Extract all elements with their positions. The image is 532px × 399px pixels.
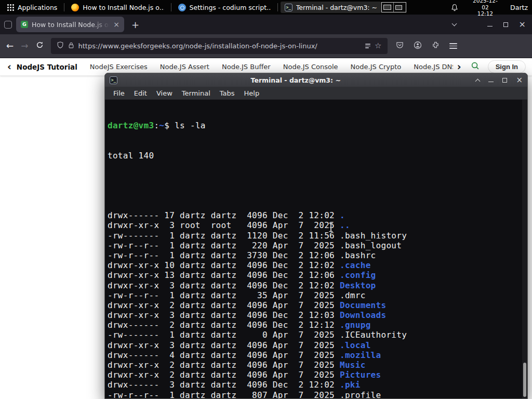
row-filename: .bash_history: [340, 231, 407, 241]
screen: Applications How to Install Node.js o...…: [0, 0, 532, 399]
top-panel: Applications How to Install Node.js o...…: [0, 0, 532, 15]
gfg-nav-item[interactable]: NodeJS Tutorial: [17, 63, 77, 71]
forward-button[interactable]: →: [21, 42, 28, 50]
terminal-output-row: drwxr-xr-x 3 dartz dartz 4096 Dec 2 12:0…: [108, 281, 527, 290]
window-close-button[interactable]: ×: [519, 20, 526, 29]
terminal-title-bar[interactable]: >_ Terminal - dartz@vm3: ~ ×: [105, 73, 527, 87]
panel-separator: [171, 3, 171, 11]
list-all-tabs-icon[interactable]: [451, 21, 457, 26]
terminal-output-row: drwx------ 2 dartz dartz 4096 Dec 2 12:1…: [108, 320, 527, 330]
back-button[interactable]: ←: [6, 42, 14, 50]
notifications-bell-icon[interactable]: [451, 4, 458, 11]
row-filename: .config: [340, 270, 376, 280]
menu-hamburger-icon[interactable]: [449, 43, 457, 49]
tracking-shield-icon[interactable]: [57, 41, 64, 51]
row-attributes: drwxr-xr-x 2 dartz dartz 4096 Apr 7 2025: [108, 300, 340, 310]
row-filename: ..: [340, 220, 350, 230]
terminal-title: Terminal - dartz@vm3: ~: [122, 76, 470, 84]
applications-icon: [7, 4, 14, 11]
row-attributes: drwxr-xr-x 3 dartz dartz 4096 Dec 2 12:0…: [108, 281, 340, 290]
terminal-close-button[interactable]: ×: [516, 76, 523, 84]
scrollbar-thumb[interactable]: [523, 363, 526, 397]
terminal-total-line: total 140: [108, 151, 527, 161]
terminal-output-row: -rw------- 1 dartz dartz 1120 Dec 2 11:5…: [108, 231, 527, 241]
row-attributes: drwx------ 3 dartz dartz 4096 Dec 2 12:0…: [108, 380, 340, 390]
reload-button[interactable]: [36, 41, 44, 51]
taskbar-item-firefox[interactable]: How to Install Node.js o...: [67, 2, 168, 13]
row-filename: .bashrc: [340, 250, 376, 260]
pocket-icon[interactable]: [396, 41, 404, 51]
row-filename: .local: [340, 340, 371, 350]
panel-clock[interactable]: 2025-12-02 12:12: [470, 0, 501, 17]
row-filename: Music: [340, 360, 366, 370]
gfg-nav-item[interactable]: Node.JS Assert: [160, 63, 209, 71]
menu-item[interactable]: View: [152, 88, 177, 99]
terminal-prompt-line: dartz@vm3:~$ ls -la: [108, 121, 527, 130]
firefox-view-icon[interactable]: [4, 21, 12, 29]
terminal-window-icon: >_: [110, 76, 117, 84]
mini-window: [383, 5, 391, 10]
new-tab-button[interactable]: +: [128, 19, 142, 30]
nav-prev-chevron[interactable]: ‹: [6, 62, 12, 72]
gfg-nav-item[interactable]: Node.JS Console: [283, 63, 338, 71]
taskbar-item-settings[interactable]: Settings - codium script...: [174, 2, 275, 13]
menu-item[interactable]: Terminal: [177, 88, 215, 99]
row-filename: Desktop: [340, 281, 376, 290]
gfg-nav-item[interactable]: Node.JS Crypto: [351, 63, 402, 71]
row-filename: .pki: [340, 380, 361, 390]
panel-separator: [64, 3, 64, 11]
text-cursor-pointer: [328, 222, 334, 232]
terminal-maximize-button[interactable]: [502, 78, 507, 83]
row-attributes: drwxr-xr-x 2 dartz dartz 4096 Apr 7 2025: [108, 370, 340, 380]
extensions-icon[interactable]: [432, 41, 440, 51]
row-filename: Pictures: [340, 370, 381, 380]
terminal-window: >_ Terminal - dartz@vm3: ~ × FileEditVie…: [104, 73, 528, 399]
menu-item[interactable]: Help: [240, 88, 264, 99]
terminal-output-row: -rw-r--r-- 1 dartz dartz 3730 Dec 2 12:0…: [108, 250, 527, 260]
menu-item[interactable]: Edit: [129, 88, 152, 99]
terminal-output-row: -rw-r--r-- 1 dartz dartz 220 Apr 7 2025 …: [108, 241, 527, 250]
reader-view-icon[interactable]: [365, 44, 370, 48]
terminal-minimize-button[interactable]: [488, 82, 494, 83]
bookmark-star-icon[interactable]: ☆: [375, 42, 381, 50]
window-maximize-button[interactable]: [503, 22, 508, 27]
window-minimize-button[interactable]: [487, 26, 493, 27]
account-icon[interactable]: [414, 41, 422, 51]
row-filename: .bash_logout: [340, 241, 402, 250]
workspace-2[interactable]: [394, 3, 405, 12]
settings-icon: [178, 4, 186, 11]
menu-item[interactable]: File: [109, 88, 129, 99]
tab-close-icon[interactable]: ×: [113, 21, 119, 28]
terminal-scrollbar[interactable]: [522, 100, 527, 398]
applications-menu-button[interactable]: Applications: [3, 0, 61, 15]
gfg-nav-item[interactable]: Node.JS DNS: [414, 63, 453, 71]
workspace-1[interactable]: [382, 3, 394, 12]
row-attributes: drwx------ 17 dartz dartz 4096 Dec 2 12:…: [108, 210, 340, 220]
tab-title: How to Install Node.js on: [32, 21, 110, 29]
row-filename: .cache: [340, 260, 371, 270]
search-icon[interactable]: [471, 61, 480, 72]
row-filename: .mozilla: [340, 350, 381, 360]
row-filename: .dmrc: [340, 290, 366, 300]
terminal-output[interactable]: dartz@vm3:~$ ls -la total 140 drwx------…: [105, 100, 527, 398]
workspace-pager[interactable]: [381, 2, 406, 12]
row-attributes: -rw------- 1 dartz dartz 0 Apr 7 2025: [108, 330, 340, 340]
row-attributes: -rw-r--r-- 1 dartz dartz 220 Apr 7 2025: [108, 241, 340, 250]
lock-icon[interactable]: [68, 41, 74, 51]
url-text: https://www.geeksforgeeks.org/node-js/in…: [78, 42, 362, 50]
nav-next-chevron[interactable]: ›: [456, 62, 462, 72]
sign-in-button[interactable]: Sign In: [488, 60, 526, 73]
shade-button[interactable]: [475, 78, 481, 84]
url-bar[interactable]: https://www.geeksforgeeks.org/node-js/in…: [51, 38, 388, 54]
prompt-path: ~: [159, 121, 164, 130]
browser-tab[interactable]: G How to Install Node.js on ×: [16, 17, 124, 32]
gfg-nav-links: NodeJS TutorialNodeJS ExercisesNode.JS A…: [17, 63, 453, 71]
menu-item[interactable]: Tabs: [215, 88, 240, 99]
taskbar-item-terminal[interactable]: >_ Terminal - dartz@vm3: ~: [281, 2, 381, 13]
panel-separator: [277, 3, 278, 11]
tab-bar: G How to Install Node.js on × + ×: [0, 15, 532, 34]
panel-username: Dartz: [510, 4, 528, 11]
gfg-nav-item[interactable]: Node.JS Buffer: [222, 63, 271, 71]
terminal-output-row: drwxr-xr-x 10 dartz dartz 4096 Dec 2 12:…: [108, 260, 527, 270]
gfg-nav-item[interactable]: NodeJS Exercises: [90, 63, 148, 71]
